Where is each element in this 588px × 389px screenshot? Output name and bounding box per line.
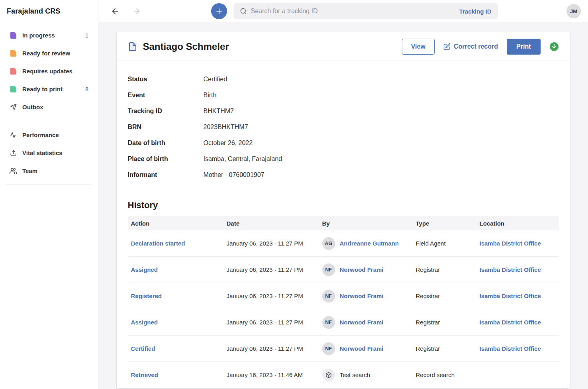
user-avatar: NF bbox=[322, 263, 335, 276]
sidebar: Farajaland CRS In progress 1 Ready for r… bbox=[0, 0, 98, 389]
column-header-date: Date bbox=[223, 220, 319, 227]
history-action-link[interactable]: Certified bbox=[131, 345, 155, 352]
sidebar-item-ready-to-print[interactable]: Ready to print 8 bbox=[0, 80, 98, 98]
detail-row-brn: BRN 2023BHKTHM7 bbox=[128, 119, 559, 135]
sidebar-divider bbox=[6, 121, 92, 121]
sidebar-item-team[interactable]: Team bbox=[0, 162, 98, 180]
detail-value: October 26, 2022 bbox=[204, 139, 253, 147]
sidebar-item-performance[interactable]: Performance bbox=[0, 126, 98, 144]
orange-declaration-icon bbox=[10, 50, 17, 57]
send-icon bbox=[10, 104, 17, 111]
sidebar-item-label: Requires updates bbox=[22, 68, 83, 75]
record-header: Santiago Schmeler View Correct record Pr… bbox=[117, 32, 570, 61]
column-header-location: Location bbox=[476, 220, 559, 227]
correct-record-button[interactable]: Correct record bbox=[443, 43, 498, 50]
document-icon bbox=[128, 42, 137, 51]
detail-label: Event bbox=[128, 92, 204, 99]
history-by-link[interactable]: Norwood Frami bbox=[340, 293, 384, 299]
history-location-link[interactable]: Isamba District Office bbox=[480, 266, 541, 273]
search-icon bbox=[240, 8, 247, 15]
detail-row-place-of-birth: Place of birth Isamba, Central, Farajala… bbox=[128, 151, 559, 167]
history-date: January 06, 2023 · 11.27 PM bbox=[223, 319, 319, 326]
search-type-selector[interactable]: Tracking ID bbox=[459, 8, 492, 15]
history-by-system: Test search bbox=[340, 371, 370, 378]
plus-icon bbox=[215, 7, 223, 15]
sidebar-item-in-progress[interactable]: In progress 1 bbox=[0, 26, 98, 44]
section-divider bbox=[128, 192, 559, 192]
detail-row-event: Event Birth bbox=[128, 87, 559, 103]
user-avatar: NF bbox=[322, 316, 335, 329]
export-icon bbox=[10, 149, 17, 157]
sidebar-item-label: In progress bbox=[22, 32, 80, 39]
history-type: Registrar bbox=[413, 345, 476, 352]
history-location-link[interactable]: Isamba District Office bbox=[480, 293, 541, 299]
sidebar-item-vital-statistics[interactable]: Vital statistics bbox=[0, 144, 98, 162]
arrow-left-icon bbox=[111, 7, 120, 16]
history-action-link[interactable]: Registered bbox=[131, 293, 162, 299]
forward-button[interactable] bbox=[131, 6, 142, 17]
history-action-link[interactable]: Assigned bbox=[131, 319, 158, 326]
history-date: January 06, 2023 · 11.27 PM bbox=[223, 240, 319, 247]
history-location-link[interactable]: Isamba District Office bbox=[480, 240, 541, 247]
profile-avatar[interactable]: JM bbox=[566, 4, 581, 18]
history-action-link[interactable]: Retrieved bbox=[131, 371, 158, 378]
sidebar-item-label: Outbox bbox=[22, 104, 83, 110]
history-by-link[interactable]: Norwood Frami bbox=[340, 266, 384, 273]
main-area: Tracking ID JM Santiago Schmeler View bbox=[98, 0, 588, 389]
history-date: January 06, 2023 · 11.27 PM bbox=[223, 293, 319, 299]
view-button[interactable]: View bbox=[402, 39, 435, 55]
sidebar-item-label: Ready for review bbox=[22, 50, 83, 57]
sidebar-item-label: Performance bbox=[22, 132, 88, 138]
user-avatar: NF bbox=[322, 290, 335, 303]
detail-value: BHKTHM7 bbox=[204, 108, 234, 115]
detail-label: Date of birth bbox=[128, 139, 204, 147]
history-type: Registrar bbox=[413, 319, 476, 326]
sidebar-item-requires-updates[interactable]: Requires updates bbox=[0, 62, 98, 80]
users-icon bbox=[10, 167, 17, 175]
history-action-link[interactable]: Assigned bbox=[131, 266, 158, 273]
detail-value: Birth bbox=[204, 92, 217, 99]
history-date: January 06, 2023 · 11.27 PM bbox=[223, 345, 319, 352]
history-location-link[interactable]: Isamba District Office bbox=[480, 319, 541, 326]
assigned-download-icon[interactable] bbox=[549, 42, 559, 51]
user-avatar: AG bbox=[322, 237, 335, 250]
table-row: Certified January 06, 2023 · 11.27 PM NF… bbox=[128, 336, 559, 362]
history-location-link[interactable]: Isamba District Office bbox=[480, 345, 541, 352]
sidebar-item-outbox[interactable]: Outbox bbox=[0, 98, 98, 116]
workqueue-count: 1 bbox=[85, 32, 88, 39]
record-body: Status Certified Event Birth Tracking ID… bbox=[117, 61, 570, 388]
detail-label: Tracking ID bbox=[128, 108, 204, 115]
app-title: Farajaland CRS bbox=[0, 0, 98, 22]
purple-declaration-icon bbox=[10, 32, 17, 39]
history-action-link[interactable]: Declaration started bbox=[131, 240, 185, 247]
table-row: Declaration started January 06, 2023 · 1… bbox=[128, 230, 559, 257]
detail-label: Status bbox=[128, 76, 204, 83]
detail-row-status: Status Certified bbox=[128, 71, 559, 87]
history-nav bbox=[110, 6, 142, 17]
detail-value: 2023BHKTHM7 bbox=[204, 124, 248, 131]
sidebar-item-ready-for-review[interactable]: Ready for review bbox=[0, 44, 98, 62]
table-row: Retrieved January 16, 2023 · 11.46 AM Te… bbox=[128, 362, 559, 388]
history-by-link[interactable]: Norwood Frami bbox=[340, 345, 384, 352]
record-actions: View Correct record Print bbox=[402, 39, 559, 55]
search-bar: Tracking ID bbox=[233, 3, 498, 19]
history-by-link[interactable]: Norwood Frami bbox=[340, 319, 384, 326]
content-area: Santiago Schmeler View Correct record Pr… bbox=[98, 22, 588, 389]
search-input[interactable] bbox=[251, 8, 455, 15]
column-header-by: By bbox=[319, 220, 413, 227]
app-window: Farajaland CRS In progress 1 Ready for r… bbox=[0, 0, 588, 389]
history-table-header: Action Date By Type Location bbox=[128, 216, 559, 230]
table-row: Registered January 06, 2023 · 11.27 PM N… bbox=[128, 283, 559, 309]
table-row: Assigned January 06, 2023 · 11.27 PM NF … bbox=[128, 309, 559, 336]
print-button[interactable]: Print bbox=[507, 39, 540, 55]
back-button[interactable] bbox=[110, 6, 121, 17]
history-type: Registrar bbox=[413, 293, 476, 299]
detail-value: Certified bbox=[204, 76, 227, 83]
sidebar-item-label: Team bbox=[22, 167, 88, 174]
history-by-link[interactable]: Andreanne Gutmann bbox=[340, 240, 399, 247]
history-date: January 16, 2023 · 11.46 AM bbox=[223, 371, 319, 378]
new-declaration-button[interactable] bbox=[211, 3, 227, 19]
history-date: January 06, 2023 · 11.27 PM bbox=[223, 266, 319, 273]
green-declaration-icon bbox=[10, 86, 17, 93]
column-header-type: Type bbox=[413, 220, 476, 227]
